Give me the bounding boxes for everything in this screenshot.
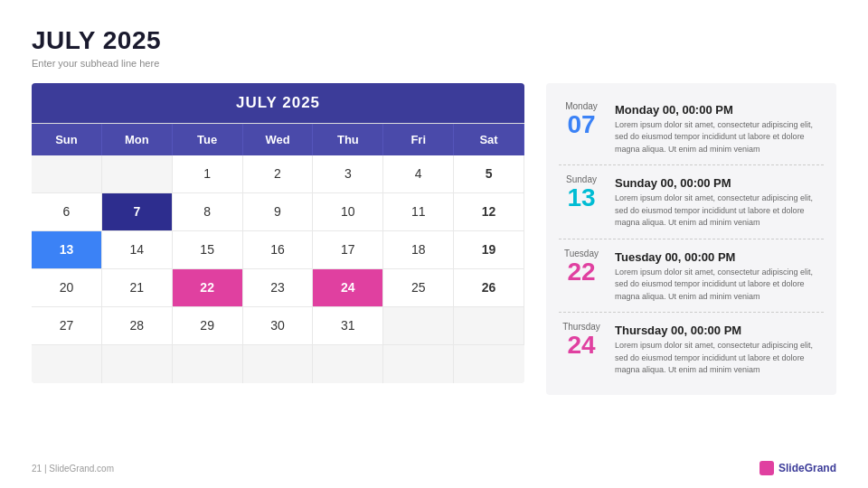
header: JULY 2025 Enter your subhead line here xyxy=(32,27,836,69)
event-title: Monday 00, 00:00 PM xyxy=(615,103,824,117)
event-item: Thursday 24 Thursday 00, 00:00 PM Lorem … xyxy=(559,313,824,386)
calendar-cell xyxy=(454,345,524,383)
calendar-cell xyxy=(102,345,173,383)
page-title: JULY 2025 xyxy=(32,27,836,55)
calendar-cell xyxy=(383,345,454,383)
calendar-cell: 4 xyxy=(383,155,454,193)
event-day-col: Sunday 13 xyxy=(559,174,604,211)
calendar-cell: 12 xyxy=(454,193,524,231)
calendar-cell xyxy=(243,345,314,383)
event-day-col: Tuesday 22 xyxy=(559,249,604,285)
event-day-col: Thursday 24 xyxy=(559,322,604,358)
page: JULY 2025 Enter your subhead line here J… xyxy=(0,0,868,488)
calendar-cell xyxy=(32,155,102,193)
calendar-cell: 17 xyxy=(313,231,383,269)
calendar-cell: 3 xyxy=(313,155,383,193)
calendar-cell: 20 xyxy=(32,269,102,307)
calendar-cell: 28 xyxy=(102,307,173,345)
calendar: JULY 2025 SunMonTueWedThuFriSat123456789… xyxy=(32,83,524,383)
calendar-cell: 15 xyxy=(173,231,243,269)
event-day-number: 24 xyxy=(567,333,595,358)
brand-icon xyxy=(760,461,774,475)
footer-site: | SlideGrand.com xyxy=(44,464,114,474)
event-info: Monday 00, 00:00 PM Lorem ipsum dolor si… xyxy=(615,101,824,156)
calendar-cell: 18 xyxy=(383,231,454,269)
event-day-number: 13 xyxy=(567,185,595,211)
events-list: Monday 07 Monday 00, 00:00 PM Lorem ipsu… xyxy=(546,83,836,395)
event-title: Thursday 00, 00:00 PM xyxy=(615,324,824,337)
calendar-cell: 9 xyxy=(243,193,314,231)
calendar-cell: 22 xyxy=(173,269,243,307)
event-day-number: 22 xyxy=(567,259,595,285)
calendar-cell: 29 xyxy=(173,307,243,345)
calendar-cell: 2 xyxy=(243,155,314,193)
calendar-cell: 19 xyxy=(454,231,524,269)
calendar-cell: 7 xyxy=(102,193,173,231)
calendar-cell: 27 xyxy=(32,307,102,345)
calendar-day-header: Mon xyxy=(102,124,173,155)
calendar-cell: 26 xyxy=(454,269,524,307)
page-number: 21 xyxy=(32,464,42,474)
footer: 21 | SlideGrand.com SlideGrand xyxy=(32,461,836,475)
event-info: Thursday 00, 00:00 PM Lorem ipsum dolor … xyxy=(615,322,824,377)
calendar-cell xyxy=(102,155,173,193)
calendar-cell xyxy=(383,307,454,345)
calendar-cell: 13 xyxy=(32,231,102,269)
event-day-col: Monday 07 xyxy=(559,101,604,137)
calendar-cell xyxy=(173,345,243,383)
footer-page-info: 21 | SlideGrand.com xyxy=(32,464,114,474)
calendar-cell xyxy=(454,307,524,345)
calendar-cell: 31 xyxy=(313,307,383,345)
calendar-grid: SunMonTueWedThuFriSat1234567891011121314… xyxy=(32,123,524,383)
calendar-day-header: Wed xyxy=(243,124,314,155)
calendar-cell: 1 xyxy=(173,155,243,193)
calendar-day-header: Sat xyxy=(454,124,524,155)
calendar-day-header: Fri xyxy=(383,124,454,155)
calendar-cell: 10 xyxy=(313,193,383,231)
calendar-cell: 30 xyxy=(243,307,314,345)
event-description: Lorem ipsum dolor sit amet, consectetur … xyxy=(615,192,824,230)
calendar-cell xyxy=(32,345,102,383)
event-description: Lorem ipsum dolor sit amet, consectetur … xyxy=(615,267,824,304)
calendar-cell: 16 xyxy=(243,231,314,269)
event-item: Monday 07 Monday 00, 00:00 PM Lorem ipsu… xyxy=(559,92,824,166)
brand-name: SlideGrand xyxy=(778,462,836,474)
event-day-number: 07 xyxy=(567,112,595,137)
calendar-cell: 14 xyxy=(102,231,173,269)
calendar-cell: 5 xyxy=(454,155,524,193)
event-description: Lorem ipsum dolor sit amet, consectetur … xyxy=(615,340,824,377)
calendar-day-header: Tue xyxy=(173,124,243,155)
calendar-day-header: Thu xyxy=(313,124,383,155)
calendar-day-header: Sun xyxy=(32,124,102,155)
event-info: Tuesday 00, 00:00 PM Lorem ipsum dolor s… xyxy=(615,249,824,304)
page-subhead: Enter your subhead line here xyxy=(32,58,836,69)
event-item: Sunday 13 Sunday 00, 00:00 PM Lorem ipsu… xyxy=(559,165,824,239)
event-title: Tuesday 00, 00:00 PM xyxy=(615,250,824,264)
event-description: Lorem ipsum dolor sit amet, consectetur … xyxy=(615,119,824,156)
calendar-cell xyxy=(313,345,383,383)
event-info: Sunday 00, 00:00 PM Lorem ipsum dolor si… xyxy=(615,174,824,230)
event-title: Sunday 00, 00:00 PM xyxy=(615,176,824,190)
calendar-cell: 21 xyxy=(102,269,173,307)
calendar-cell: 11 xyxy=(383,193,454,231)
content-area: JULY 2025 SunMonTueWedThuFriSat123456789… xyxy=(32,83,836,470)
calendar-cell: 23 xyxy=(243,269,314,307)
calendar-cell: 24 xyxy=(313,269,383,307)
event-item: Tuesday 22 Tuesday 00, 00:00 PM Lorem ip… xyxy=(559,239,824,314)
calendar-cell: 6 xyxy=(32,193,102,231)
calendar-month-header: JULY 2025 xyxy=(32,83,524,123)
calendar-cell: 8 xyxy=(173,193,243,231)
brand-logo: SlideGrand xyxy=(760,461,836,475)
calendar-cell: 25 xyxy=(383,269,454,307)
